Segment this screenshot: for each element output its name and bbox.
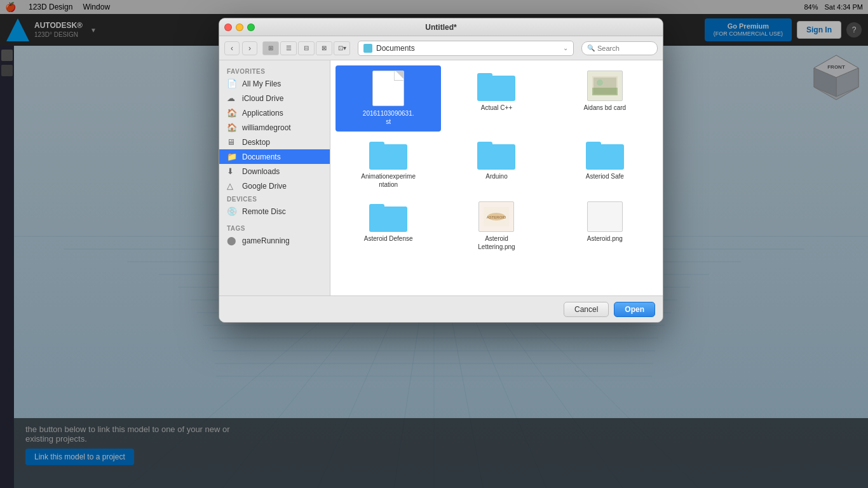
file-item[interactable]: 20161103090631.st — [336, 65, 441, 132]
image-thumbnail — [592, 76, 618, 95]
sidebar-item-williamdegroot[interactable]: 🏠 williamdegroot — [219, 120, 330, 135]
file-item[interactable]: Arduino — [444, 134, 549, 194]
folder-icon — [586, 139, 624, 170]
search-input[interactable] — [597, 44, 648, 52]
view-list-button[interactable]: ☰ — [280, 41, 297, 55]
tag-icon: ⬤ — [227, 236, 237, 245]
file-item[interactable]: Asteroid Defense — [336, 196, 441, 256]
location-bar: Documents ⌄ — [358, 41, 574, 56]
svg-text:ASTEROID: ASTEROID — [487, 215, 506, 219]
dialog-sidebar: Favorites 📄 All My Files ☁ iCloud Drive … — [219, 60, 330, 295]
sidebar-item-label: iCloud Drive — [242, 94, 283, 103]
remote-disc-icon: 💿 — [227, 207, 237, 216]
dialog-footer: Cancel Open — [219, 295, 663, 322]
file-name: Actual C++ — [481, 104, 512, 112]
svg-rect-30 — [592, 88, 618, 95]
file-name: Arduino — [485, 172, 507, 180]
file-item[interactable]: Asteroid.png — [552, 196, 658, 256]
sidebar-item-downloads[interactable]: ⬇ Downloads — [219, 164, 330, 179]
back-button[interactable]: ‹ — [224, 41, 240, 55]
folder-icon — [477, 71, 515, 101]
minimize-button[interactable] — [236, 24, 243, 31]
applications-icon: 🏠 — [227, 108, 237, 118]
sidebar-item-label: gameRunning — [242, 236, 290, 245]
sidebar-item-remote-disc[interactable]: 💿 Remote Disc — [219, 204, 330, 219]
sidebar-item-desktop[interactable]: 🖥 Desktop — [219, 135, 330, 149]
maximize-button[interactable] — [247, 24, 255, 31]
sidebar-item-label: williamdegroot — [242, 123, 291, 132]
folder-icon — [477, 139, 515, 170]
sidebar-item-label: All My Files — [242, 79, 281, 88]
files-grid: 20161103090631.st Actual C++ — [336, 65, 658, 256]
sidebar-item-label: Google Drive — [242, 182, 287, 191]
search-box: 🔍 — [581, 41, 658, 55]
traffic-lights — [224, 24, 255, 31]
file-name: Asteriod Safe — [586, 172, 624, 180]
sidebar-item-icloud[interactable]: ☁ iCloud Drive — [219, 91, 330, 105]
image-preview-icon — [587, 201, 623, 232]
downloads-icon: ⬇ — [227, 166, 237, 176]
close-button[interactable] — [224, 24, 232, 31]
sidebar-item-label: Desktop — [242, 138, 270, 147]
file-name: Animationexperimentation — [360, 172, 417, 189]
document-icon — [372, 71, 404, 106]
dialog-files: 20161103090631.st Actual C++ — [330, 60, 663, 295]
open-button[interactable]: Open — [614, 302, 655, 317]
folder-icon — [369, 201, 407, 232]
folder-icon — [369, 139, 407, 170]
dialog-title: Untitled* — [425, 23, 456, 32]
image-preview-icon: ASTEROID — [478, 201, 514, 232]
sidebar-item-label: Downloads — [242, 167, 280, 176]
file-name: Aidans bd card — [583, 104, 626, 112]
dialog-body: Favorites 📄 All My Files ☁ iCloud Drive … — [219, 60, 663, 295]
sidebar-item-gamerunning[interactable]: ⬤ gameRunning — [219, 233, 330, 248]
sidebar-item-applications[interactable]: 🏠 Applications — [219, 105, 330, 120]
dialog-titlebar: Untitled* — [219, 18, 663, 36]
svg-point-29 — [597, 79, 603, 86]
file-open-dialog: Untitled* ‹ › ⊞ ☰ ⊟ ⊠ ⊡▾ Documents ⌄ 🔍 F… — [219, 18, 663, 323]
all-my-files-icon: 📄 — [227, 79, 237, 88]
view-coverflow-button[interactable]: ⊠ — [316, 41, 332, 55]
dialog-toolbar: ‹ › ⊞ ☰ ⊟ ⊠ ⊡▾ Documents ⌄ 🔍 — [219, 36, 663, 60]
tags-label: Tags — [219, 222, 330, 233]
file-name: Asteroid Lettering.png — [468, 234, 525, 251]
file-item[interactable]: Asteriod Safe — [552, 134, 658, 194]
file-name: 20161103090631.st — [360, 109, 417, 126]
devices-label: Devices — [219, 193, 330, 204]
search-icon: 🔍 — [587, 44, 595, 51]
asteroid-lettering-thumbnail: ASTEROID — [484, 207, 509, 226]
sidebar-item-google-drive[interactable]: △ Google Drive — [219, 179, 330, 193]
sidebar-item-documents[interactable]: 📁 Documents — [219, 149, 330, 164]
file-item[interactable]: Animationexperimentation — [336, 134, 441, 194]
file-name: Asteroid.png — [587, 234, 623, 243]
file-item[interactable]: Aidans bd card — [552, 65, 658, 132]
documents-icon: 📁 — [227, 152, 237, 161]
view-gallery-button[interactable]: ⊡▾ — [334, 41, 350, 55]
file-name: Asteroid Defense — [364, 234, 413, 243]
view-buttons: ⊞ ☰ ⊟ ⊠ ⊡▾ — [262, 41, 350, 55]
location-dropdown-arrow[interactable]: ⌄ — [563, 44, 568, 51]
sidebar-item-all-my-files[interactable]: 📄 All My Files — [219, 76, 330, 91]
sidebar-item-label: Applications — [242, 109, 283, 118]
view-icon-button[interactable]: ⊞ — [262, 41, 279, 55]
user-home-icon: 🏠 — [227, 123, 237, 132]
file-item[interactable]: Actual C++ — [444, 65, 549, 132]
icloud-icon: ☁ — [227, 93, 237, 103]
location-text: Documents — [376, 44, 559, 53]
sidebar-item-label: Remote Disc — [242, 207, 286, 216]
desktop-icon: 🖥 — [227, 137, 237, 147]
favorites-label: Favorites — [219, 65, 330, 76]
cancel-button[interactable]: Cancel — [564, 302, 609, 317]
view-column-button[interactable]: ⊟ — [298, 41, 315, 55]
file-item[interactable]: ASTEROID Asteroid Lettering.png — [444, 196, 549, 256]
sidebar-item-label: Documents — [242, 152, 281, 161]
google-drive-icon: △ — [227, 181, 237, 191]
image-preview-icon — [587, 71, 623, 101]
forward-button[interactable]: › — [242, 41, 257, 55]
location-folder-icon — [363, 44, 372, 53]
